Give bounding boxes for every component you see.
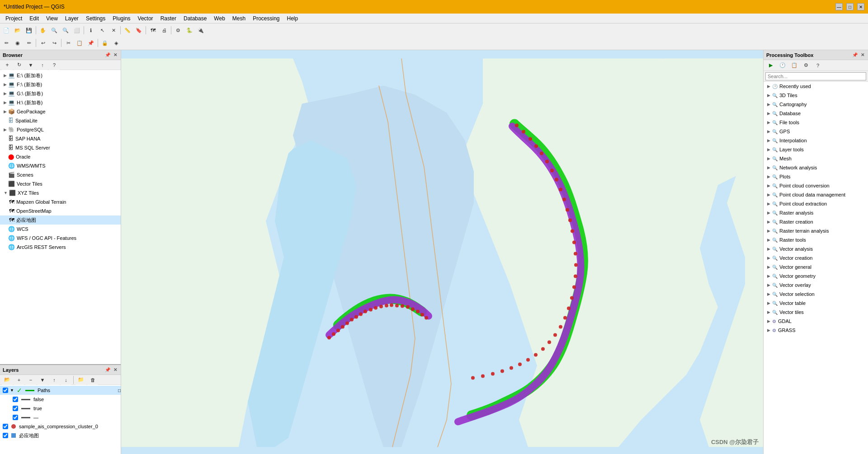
paste-btn[interactable]: 📌 bbox=[85, 38, 96, 48]
layers-add-btn[interactable]: + bbox=[14, 375, 24, 385]
layer-dash-check[interactable] bbox=[13, 415, 18, 420]
layer-true-check[interactable] bbox=[13, 406, 18, 411]
menu-database[interactable]: Database bbox=[180, 14, 210, 23]
proc-grass[interactable]: ▶ ⚙ GRASS bbox=[764, 326, 868, 335]
proc-layertools[interactable]: ▶ 🔍 Layer tools bbox=[764, 145, 868, 154]
proc-run-btn[interactable]: ▶ bbox=[765, 61, 776, 70]
proc-ptcloud-extraction[interactable]: ▶ 🔍 Point cloud extraction bbox=[764, 199, 868, 208]
snap-btn[interactable]: 🔒 bbox=[99, 38, 110, 48]
layer-paths-true[interactable]: true bbox=[0, 404, 121, 413]
copy-btn[interactable]: 📋 bbox=[74, 38, 85, 48]
layer-paths-check[interactable] bbox=[3, 388, 8, 393]
menu-raster[interactable]: Raster bbox=[157, 14, 180, 23]
proc-history-btn[interactable]: 🕐 bbox=[777, 61, 788, 70]
proc-vector-creation[interactable]: ▶ 🔍 Vector creation bbox=[764, 253, 868, 262]
proc-results-btn[interactable]: 📋 bbox=[789, 61, 800, 70]
browser-item-g[interactable]: ▶ 💻 G:\ (新加卷) bbox=[0, 89, 121, 98]
layers-up-btn[interactable]: ↑ bbox=[49, 375, 60, 385]
layer-paths-false[interactable]: false bbox=[0, 395, 121, 404]
proc-vector-analysis[interactable]: ▶ 🔍 Vector analysis bbox=[764, 244, 868, 253]
python-btn[interactable]: 🐍 bbox=[184, 25, 195, 35]
minimize-button[interactable]: — bbox=[835, 3, 843, 10]
zoom-in-btn[interactable]: 🔍 bbox=[49, 25, 60, 35]
deselect-btn[interactable]: ✕ bbox=[108, 25, 119, 35]
undo-btn[interactable]: ↩ bbox=[38, 38, 48, 48]
browser-item-e[interactable]: ▶ 💻 E:\ (新加卷) bbox=[0, 71, 121, 80]
layers-down-btn[interactable]: ↓ bbox=[61, 375, 71, 385]
layers-filter-btn[interactable]: ▼ bbox=[37, 375, 48, 385]
close-button[interactable]: ✕ bbox=[857, 3, 864, 10]
layer-paths-dash[interactable]: — bbox=[0, 413, 121, 422]
proc-database[interactable]: ▶ 🔍 Database bbox=[764, 109, 868, 118]
new-project-btn[interactable]: 📄 bbox=[1, 25, 12, 35]
proc-raster-analysis[interactable]: ▶ 🔍 Raster analysis bbox=[764, 208, 868, 217]
proc-gdal[interactable]: ▶ ⚙ GDAL bbox=[764, 317, 868, 326]
layer-sample[interactable]: sample_ais_compression_cluster_0 bbox=[0, 422, 121, 431]
save-project-btn[interactable]: 💾 bbox=[24, 25, 34, 35]
proc-interpolation[interactable]: ▶ 🔍 Interpolation bbox=[764, 136, 868, 145]
proc-raster-creation[interactable]: ▶ 🔍 Raster creation bbox=[764, 217, 868, 226]
node-tool-btn[interactable]: ◉ bbox=[12, 38, 23, 48]
maximize-button[interactable]: □ bbox=[846, 3, 854, 10]
browser-item-postgres[interactable]: ▶ 🐘 PostgreSQL bbox=[0, 125, 121, 134]
layers-close-icon[interactable]: ✕ bbox=[113, 367, 118, 373]
browser-item-vectortiles[interactable]: ▶ ⬛ Vector Tiles bbox=[0, 179, 121, 188]
browser-add-btn[interactable]: + bbox=[2, 60, 13, 70]
layer-bing[interactable]: 必应地图 bbox=[0, 431, 121, 440]
processing-pin-icon[interactable]: 📌 bbox=[851, 52, 859, 58]
browser-item-geopackage[interactable]: ▶ 📦 GeoPackage bbox=[0, 107, 121, 116]
menu-layer[interactable]: Layer bbox=[61, 14, 82, 23]
browser-item-f[interactable]: ▶ 💻 F:\ (新加卷) bbox=[0, 80, 121, 89]
browser-item-bing[interactable]: 🗺 必应地图 bbox=[0, 215, 121, 225]
menu-plugins[interactable]: Plugins bbox=[109, 14, 134, 23]
proc-cartography[interactable]: ▶ 🔍 Cartography bbox=[764, 100, 868, 109]
map-canvas[interactable]: CSDN @尔染君子 bbox=[121, 50, 763, 454]
proc-recently-used[interactable]: ▶ 🕐 Recently used bbox=[764, 82, 868, 91]
proc-vector-table[interactable]: ▶ 🔍 Vector table bbox=[764, 299, 868, 308]
proc-vector-tiles[interactable]: ▶ 🔍 Vector tiles bbox=[764, 308, 868, 317]
browser-item-wcs[interactable]: ▶ 🌐 WCS bbox=[0, 225, 121, 234]
layers-open-btn[interactable]: 📂 bbox=[2, 375, 13, 385]
proc-help-btn[interactable]: ? bbox=[812, 61, 823, 70]
proc-options-btn[interactable]: ⚙ bbox=[801, 61, 811, 70]
proc-vector-geometry[interactable]: ▶ 🔍 Vector geometry bbox=[764, 271, 868, 281]
browser-refresh-btn[interactable]: ↻ bbox=[14, 60, 24, 70]
proc-raster-tools[interactable]: ▶ 🔍 Raster tools bbox=[764, 235, 868, 244]
print-btn[interactable]: 🖨 bbox=[159, 25, 170, 35]
browser-item-xyztiles[interactable]: ▼ ⬛ XYZ Tiles bbox=[0, 188, 121, 197]
menu-vector[interactable]: Vector bbox=[134, 14, 157, 23]
proc-ptcloud-mgmt[interactable]: ▶ 🔍 Point cloud data management bbox=[764, 190, 868, 199]
browser-item-mapzen[interactable]: 🗺 Mapzen Global Terrain bbox=[0, 197, 121, 206]
digitize-btn[interactable]: ✏ bbox=[24, 38, 34, 48]
zoom-extent-btn[interactable]: ⬜ bbox=[71, 25, 82, 35]
menu-help[interactable]: Help bbox=[283, 14, 302, 23]
zoom-out-btn[interactable]: 🔍 bbox=[60, 25, 71, 35]
menu-edit[interactable]: Edit bbox=[26, 14, 42, 23]
redo-btn[interactable]: ↪ bbox=[49, 38, 60, 48]
layer-paths[interactable]: ▼ ✓ Paths □ bbox=[0, 386, 121, 395]
proc-gps[interactable]: ▶ 🔍 GPS bbox=[764, 127, 868, 136]
browser-item-saphana[interactable]: ▶ 🗄 SAP HANA bbox=[0, 134, 121, 143]
browser-item-arcgis[interactable]: ▶ 🌐 ArcGIS REST Servers bbox=[0, 243, 121, 252]
proc-network[interactable]: ▶ 🔍 Network analysis bbox=[764, 163, 868, 172]
menu-web[interactable]: Web bbox=[210, 14, 228, 23]
proc-3dtiles[interactable]: ▶ 🔍 3D Tiles bbox=[764, 91, 868, 100]
browser-item-mssql[interactable]: ▶ 🗄 MS SQL Server bbox=[0, 143, 121, 152]
processing-btn[interactable]: ⚙ bbox=[173, 25, 184, 35]
browser-item-spatialite[interactable]: ▶ 🗄 SpatiaLite bbox=[0, 116, 121, 125]
proc-filetools[interactable]: ▶ 🔍 File tools bbox=[764, 118, 868, 127]
layers-group-btn[interactable]: 📁 bbox=[75, 375, 86, 385]
browser-filter-btn[interactable]: ▼ bbox=[25, 60, 36, 70]
proc-vector-general[interactable]: ▶ 🔍 Vector general bbox=[764, 262, 868, 271]
plugins-btn[interactable]: 🔌 bbox=[195, 25, 206, 35]
cut-btn[interactable]: ✂ bbox=[63, 38, 74, 48]
proc-vector-overlay[interactable]: ▶ 🔍 Vector overlay bbox=[764, 281, 868, 290]
pan-btn[interactable]: ✋ bbox=[38, 25, 48, 35]
menu-project[interactable]: Project bbox=[2, 14, 26, 23]
open-project-btn[interactable]: 📂 bbox=[12, 25, 23, 35]
proc-raster-terrain[interactable]: ▶ 🔍 Raster terrain analysis bbox=[764, 226, 868, 235]
proc-plots[interactable]: ▶ 🔍 Plots bbox=[764, 172, 868, 181]
identify-btn[interactable]: ℹ bbox=[85, 25, 96, 35]
atlas-btn[interactable]: 🗺 bbox=[147, 25, 158, 35]
layer-bing-check[interactable] bbox=[3, 433, 8, 438]
